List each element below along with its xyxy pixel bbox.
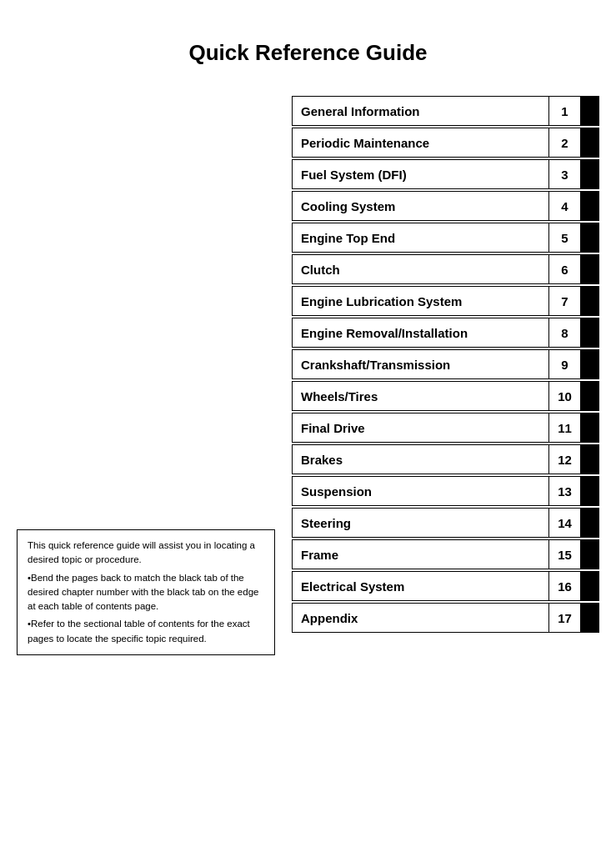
toc-label: Fuel System (DFI) [293,160,548,188]
toc-label: Final Drive [293,413,548,442]
toc-label: Wheels/Tires [293,382,548,410]
toc-tab [580,445,598,474]
toc-tab [580,572,598,600]
toc-label: Periodic Maintenance [293,128,548,157]
left-panel: This quick reference guide will assist y… [17,96,292,655]
toc-number: 1 [548,97,580,125]
toc-label: Brakes [293,445,548,474]
toc-label: Frame [293,540,548,569]
toc-row[interactable]: General Information1 [292,96,599,126]
toc-tab [580,382,598,410]
toc-row[interactable]: Appendix17 [292,603,599,633]
toc-label: Electrical System [293,572,548,600]
toc-tab [580,604,598,632]
toc-tab [580,540,598,569]
toc-label: Suspension [293,477,548,505]
toc-number: 9 [548,350,580,378]
toc-label: Crankshaft/Transmission [293,350,548,378]
toc-row[interactable]: Clutch6 [292,254,599,284]
toc-number: 4 [548,192,580,220]
toc-row[interactable]: Engine Top End5 [292,223,599,253]
toc-number: 15 [548,540,580,569]
toc-row[interactable]: Engine Lubrication System7 [292,286,599,316]
info-box: This quick reference guide will assist y… [17,529,275,655]
toc-number: 7 [548,287,580,315]
toc-row[interactable]: Steering14 [292,508,599,538]
toc-row[interactable]: Brakes12 [292,444,599,474]
toc-row[interactable]: Cooling System4 [292,191,599,221]
toc-number: 16 [548,572,580,600]
toc-label: Engine Top End [293,223,548,252]
toc-row[interactable]: Crankshaft/Transmission9 [292,349,599,379]
toc-tab [580,160,598,188]
toc-number: 2 [548,128,580,157]
info-box-bullet2: •Refer to the sectional table of content… [28,617,264,646]
toc-number: 11 [548,413,580,442]
toc-tab [580,223,598,252]
toc-row[interactable]: Suspension13 [292,476,599,506]
toc-label: Steering [293,509,548,537]
toc-number: 14 [548,509,580,537]
toc-row[interactable]: Electrical System16 [292,571,599,601]
toc-label: Cooling System [293,192,548,220]
toc-label: Engine Lubrication System [293,287,548,315]
toc-label: General Information [293,97,548,125]
toc-label: Clutch [293,255,548,283]
toc-label: Engine Removal/Installation [293,318,548,347]
page-title: Quick Reference Guide [0,0,616,96]
toc-tab [580,287,598,315]
toc-tab [580,477,598,505]
toc-number: 12 [548,445,580,474]
toc-tab [580,128,598,157]
toc-row[interactable]: Engine Removal/Installation8 [292,318,599,348]
toc-tab [580,318,598,347]
toc-tab [580,192,598,220]
toc-row[interactable]: Wheels/Tires10 [292,381,599,411]
info-box-main: This quick reference guide will assist y… [28,540,255,564]
toc-row[interactable]: Periodic Maintenance2 [292,128,599,158]
toc-number: 10 [548,382,580,410]
toc-tab [580,509,598,537]
toc-row[interactable]: Fuel System (DFI)3 [292,159,599,189]
toc-number: 8 [548,318,580,347]
toc-number: 3 [548,160,580,188]
toc-tab [580,350,598,378]
toc-tab [580,413,598,442]
toc-row[interactable]: Frame15 [292,539,599,569]
toc-number: 17 [548,604,580,632]
toc-tab [580,255,598,283]
info-box-bullet1: •Bend the pages back to match the black … [28,571,264,614]
toc-number: 13 [548,477,580,505]
toc-number: 6 [548,255,580,283]
toc-number: 5 [548,223,580,252]
toc-row[interactable]: Final Drive11 [292,413,599,443]
toc-tab [580,97,598,125]
toc-list: General Information1Periodic Maintenance… [292,96,599,634]
toc-label: Appendix [293,604,548,632]
